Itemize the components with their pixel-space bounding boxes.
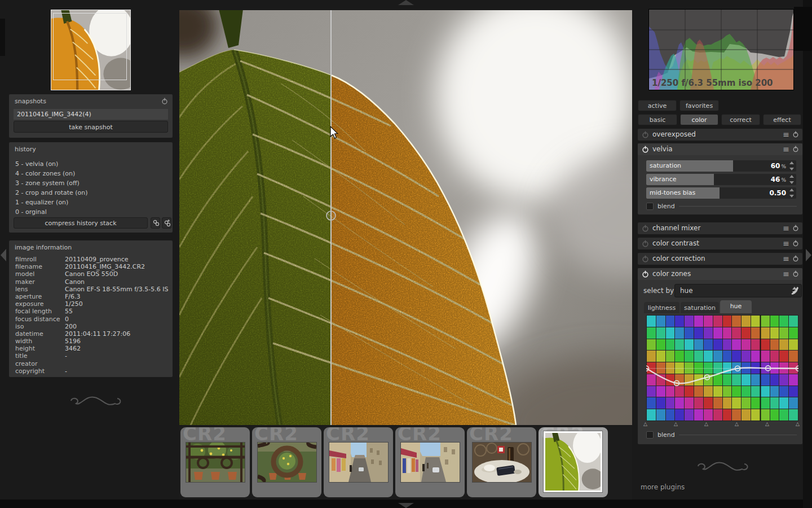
- group-tab-color[interactable]: color: [680, 114, 718, 125]
- navigation-viewport-rect[interactable]: [53, 13, 127, 80]
- navigation-thumbnail[interactable]: [51, 10, 131, 90]
- module-color-correction[interactable]: color correction ≡: [638, 253, 802, 265]
- curve-path: [646, 367, 798, 383]
- slider-value: 46%: [771, 176, 786, 183]
- filmstrip-thumb-garden-ring[interactable]: CR2: [252, 427, 321, 497]
- view-tab-favorites[interactable]: favorites: [679, 100, 719, 111]
- power-icon[interactable]: [642, 255, 649, 262]
- node-marker[interactable]: △: [765, 421, 769, 427]
- presets-icon[interactable]: ≡: [783, 145, 789, 153]
- power-icon[interactable]: [642, 225, 649, 232]
- slider-vibrance[interactable]: vibrance 46%: [646, 174, 796, 185]
- module-overexposed[interactable]: overexposed ≡: [638, 129, 802, 141]
- info-label: exposure: [15, 300, 65, 308]
- node-marker[interactable]: △: [643, 421, 647, 427]
- history-item[interactable]: 3 - zone system (off): [15, 178, 88, 188]
- reset-icon[interactable]: [161, 98, 168, 104]
- blend-checkbox[interactable]: [646, 431, 654, 439]
- group-tab-basic[interactable]: basic: [638, 114, 677, 125]
- node-marker[interactable]: △: [704, 421, 708, 427]
- module-channel-mixer[interactable]: channel mixer ≡: [638, 222, 802, 234]
- collapse-bottom-panel-arrow[interactable]: [398, 503, 414, 508]
- reset-icon[interactable]: [792, 270, 799, 277]
- collapse-left-panel-arrow[interactable]: [1, 249, 6, 261]
- presets-icon[interactable]: ≡: [783, 270, 789, 278]
- info-row: exposure1/250: [15, 300, 167, 308]
- slider-increment[interactable]: [789, 161, 794, 167]
- info-row: title-: [15, 352, 167, 360]
- info-row: height3462: [15, 345, 167, 352]
- collapse-right-panel-arrow[interactable]: [806, 249, 811, 261]
- info-row: focal length55: [15, 308, 167, 315]
- presets-icon[interactable]: ≡: [783, 224, 789, 232]
- node-marker[interactable]: △: [735, 421, 739, 427]
- filmstrip-thumb-cafe-table[interactable]: CR2: [467, 427, 536, 497]
- compress-history-button[interactable]: compress history stack: [14, 217, 148, 229]
- cz-tab-hue[interactable]: hue: [720, 300, 752, 313]
- info-value: -: [65, 352, 67, 360]
- slider-decrement[interactable]: [789, 168, 794, 170]
- power-icon[interactable]: [642, 270, 649, 278]
- filmstrip-thumb-street-narrow[interactable]: CR2: [324, 427, 393, 497]
- reset-icon[interactable]: [792, 131, 799, 138]
- histogram[interactable]: 1/250 f/6.3 55mm iso 200: [648, 9, 794, 90]
- slider-increment[interactable]: [789, 175, 794, 180]
- history-item[interactable]: 0 - orginal: [15, 207, 88, 217]
- reset-icon[interactable]: [792, 240, 799, 247]
- collapse-top-panel-arrow[interactable]: [398, 0, 414, 5]
- slider-decrement[interactable]: [789, 181, 794, 184]
- history-item[interactable]: 4 - color zones (on): [15, 169, 88, 178]
- group-tab-correct[interactable]: correct: [721, 114, 760, 125]
- info-label: title: [15, 352, 65, 360]
- info-label: datetime: [15, 330, 65, 338]
- module-color-contrast[interactable]: color contrast ≡: [638, 238, 802, 249]
- snapshot-item[interactable]: 20110416_IMG_3442(4): [14, 109, 168, 120]
- power-icon[interactable]: [642, 146, 649, 153]
- color-zones-curve[interactable]: [646, 315, 798, 421]
- slider-mid-tones-bias[interactable]: mid-tones bias 0.50: [646, 187, 796, 199]
- slider-increment[interactable]: [789, 189, 794, 194]
- info-value: 200: [65, 323, 77, 330]
- power-icon[interactable]: [642, 131, 649, 138]
- group-tab-effect[interactable]: effect: [763, 114, 801, 125]
- velvia-blend-row: blend: [646, 202, 797, 210]
- apply-style-icon-button[interactable]: [162, 217, 171, 229]
- more-plugins-link[interactable]: more plugins: [641, 483, 685, 491]
- main-image-canvas[interactable]: [179, 10, 632, 425]
- thumb-photo: [473, 443, 531, 482]
- power-icon[interactable]: [642, 240, 649, 247]
- select-by-dropdown[interactable]: hue: [674, 284, 802, 297]
- blend-checkbox[interactable]: [646, 203, 654, 210]
- presets-icon[interactable]: ≡: [783, 239, 789, 247]
- info-label: filename: [15, 263, 65, 270]
- filmstrip[interactable]: CR2CR2CR2CR2CR2CR2: [179, 426, 632, 500]
- view-tab-active[interactable]: active: [638, 100, 677, 111]
- create-style-icon-button[interactable]: [151, 217, 160, 229]
- slider-label: mid-tones bias: [650, 189, 695, 196]
- history-item[interactable]: 5 - velvia (on): [15, 159, 88, 169]
- presets-icon[interactable]: ≡: [783, 130, 789, 138]
- reset-icon[interactable]: [792, 146, 799, 152]
- history-item[interactable]: 1 - equalizer (on): [15, 198, 88, 207]
- filmstrip-thumb-garden-gate[interactable]: CR2: [180, 427, 250, 497]
- reset-icon[interactable]: [792, 255, 799, 262]
- take-snapshot-button[interactable]: take snapshot: [14, 121, 168, 133]
- cz-tab-lightness[interactable]: lightness: [644, 302, 679, 313]
- color-zones-node-markers: △△△△△△: [646, 421, 798, 428]
- filmstrip-thumb-street-awning[interactable]: CR2: [395, 427, 465, 497]
- module-label: overexposed: [652, 130, 696, 138]
- filmstrip-thumb-leaf[interactable]: CR2: [539, 427, 608, 497]
- cz-tab-saturation[interactable]: saturation: [681, 302, 719, 313]
- slider-saturation[interactable]: saturation 60%: [646, 160, 796, 172]
- reset-icon[interactable]: [792, 225, 799, 231]
- slider-decrement[interactable]: [789, 195, 794, 198]
- history-item[interactable]: 2 - crop and rotate (on): [15, 188, 88, 198]
- info-row: filename20110416_IMG_3442.CR2: [15, 263, 167, 270]
- node-marker[interactable]: △: [796, 421, 800, 427]
- color-picker-icon[interactable]: [790, 285, 799, 295]
- select-by-label: select by: [643, 287, 674, 295]
- presets-icon[interactable]: ≡: [783, 255, 789, 262]
- slider-value: 0.50: [769, 189, 786, 197]
- info-row: modelCanon EOS 550D: [15, 270, 167, 278]
- node-marker[interactable]: △: [674, 421, 678, 427]
